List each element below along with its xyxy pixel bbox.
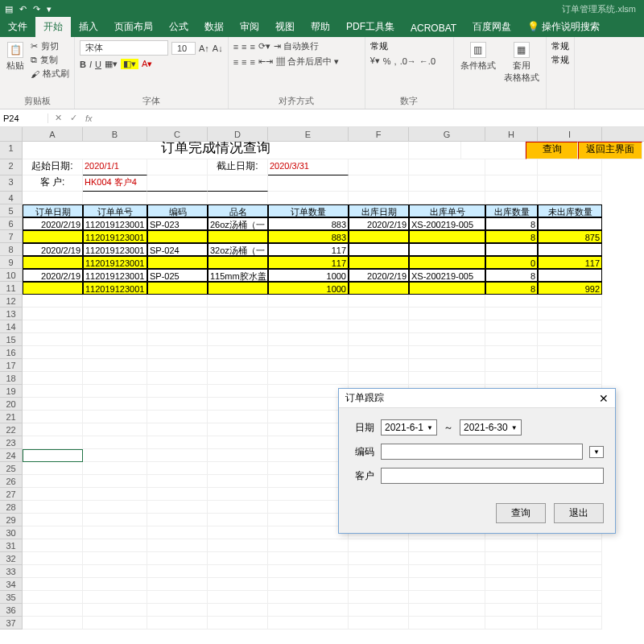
cell[interactable] <box>147 436 208 449</box>
cell[interactable] <box>268 333 349 346</box>
row-header[interactable]: 28 <box>0 501 23 514</box>
cell[interactable] <box>409 359 485 372</box>
cell[interactable] <box>538 192 602 204</box>
cell[interactable] <box>208 462 268 475</box>
cell[interactable]: 起始日期: <box>23 159 83 175</box>
cell[interactable] <box>349 243 409 256</box>
cell[interactable]: 112019123001 <box>83 282 147 295</box>
date-to-select[interactable]: 2021-6-30▼ <box>460 419 522 436</box>
cell[interactable] <box>147 159 208 175</box>
cell[interactable] <box>349 617 409 630</box>
row-header[interactable]: 2 <box>0 159 23 175</box>
cut-button[interactable]: ✂剪切 <box>31 40 69 52</box>
cell[interactable] <box>268 385 349 398</box>
cell[interactable] <box>208 436 268 449</box>
cell[interactable] <box>83 333 147 346</box>
cell[interactable]: 编码 <box>147 204 208 217</box>
cell[interactable] <box>485 591 538 604</box>
row-header[interactable]: 19 <box>0 385 23 398</box>
cell[interactable] <box>461 142 526 159</box>
cell[interactable] <box>208 565 268 578</box>
cell[interactable] <box>268 308 349 320</box>
cell[interactable] <box>147 449 208 462</box>
cell[interactable] <box>147 385 208 398</box>
tab-review[interactable]: 审阅 <box>232 17 267 37</box>
underline-button[interactable]: U <box>95 60 101 69</box>
cell[interactable] <box>208 591 268 604</box>
cell[interactable] <box>538 591 602 604</box>
cell[interactable]: 2020/2/19 <box>23 217 83 230</box>
cell[interactable] <box>485 308 538 320</box>
cell[interactable] <box>538 359 602 372</box>
cell[interactable]: 112019123001 <box>83 269 147 282</box>
cell[interactable] <box>23 604 83 617</box>
cell[interactable] <box>208 604 268 617</box>
align-bottom-icon[interactable]: ≡ <box>250 42 255 52</box>
undo-icon[interactable]: ↶ <box>19 4 27 14</box>
cell[interactable]: 出库日期 <box>349 204 409 217</box>
border-button[interactable]: ▦▾ <box>105 59 118 69</box>
cell[interactable]: 订单单号 <box>83 204 147 217</box>
row-header[interactable]: 30 <box>0 526 23 539</box>
cell[interactable] <box>268 462 349 475</box>
row-header[interactable]: 29 <box>0 514 23 526</box>
format-as-table-button[interactable]: ▦套用 表格格式 <box>502 40 541 85</box>
cell[interactable] <box>147 578 208 591</box>
cell[interactable]: SP-024 <box>147 243 208 256</box>
cell[interactable]: 2020/2/19 <box>349 269 409 282</box>
cell[interactable]: 品名 <box>208 204 268 217</box>
cell[interactable] <box>147 591 208 604</box>
cell[interactable] <box>23 539 83 552</box>
currency-icon[interactable]: ¥▾ <box>370 56 380 66</box>
col-header[interactable]: C <box>147 127 208 141</box>
cell[interactable] <box>208 411 268 423</box>
cell[interactable] <box>83 501 147 514</box>
cell[interactable]: 1000 <box>268 269 349 282</box>
cell[interactable] <box>83 462 147 475</box>
cell[interactable] <box>83 514 147 526</box>
cell[interactable] <box>23 320 83 333</box>
cell[interactable]: 客 户: <box>23 175 83 192</box>
col-header[interactable]: I <box>538 127 602 141</box>
cell[interactable] <box>268 526 349 539</box>
inc-decimal-icon[interactable]: .0→ <box>400 56 416 66</box>
row-header[interactable]: 8 <box>0 243 23 256</box>
row-header[interactable]: 24 <box>0 449 23 462</box>
cell[interactable] <box>268 411 349 423</box>
cell[interactable] <box>409 230 485 243</box>
row-header[interactable]: 18 <box>0 372 23 385</box>
cell[interactable] <box>538 578 602 591</box>
cell[interactable] <box>147 539 208 552</box>
cell[interactable] <box>208 175 268 192</box>
cell[interactable] <box>23 308 83 320</box>
cell[interactable] <box>147 552 208 565</box>
cell[interactable] <box>208 514 268 526</box>
cell[interactable] <box>268 346 349 359</box>
cell[interactable] <box>409 256 485 269</box>
cell[interactable] <box>83 423 147 436</box>
cell[interactable] <box>485 346 538 359</box>
align-center-icon[interactable]: ≡ <box>242 57 246 67</box>
tab-data[interactable]: 数据 <box>196 17 232 37</box>
align-top-icon[interactable]: ≡ <box>233 42 238 52</box>
cell[interactable] <box>349 333 409 346</box>
cell[interactable] <box>349 282 409 295</box>
tab-view[interactable]: 视图 <box>267 17 303 37</box>
cell[interactable] <box>538 565 602 578</box>
cell[interactable] <box>409 243 485 256</box>
row-header[interactable]: 9 <box>0 256 23 269</box>
row-header[interactable]: 32 <box>0 552 23 565</box>
cell[interactable] <box>208 617 268 630</box>
cell[interactable] <box>349 230 409 243</box>
cell[interactable] <box>349 359 409 372</box>
cell[interactable] <box>83 526 147 539</box>
cell[interactable] <box>208 526 268 539</box>
cell[interactable] <box>268 552 349 565</box>
cell-style-normal2[interactable]: 常规 <box>551 54 569 66</box>
cell[interactable] <box>268 436 349 449</box>
row-header[interactable]: 16 <box>0 346 23 359</box>
tab-tell[interactable]: 💡 操作说明搜索 <box>519 17 608 37</box>
cell[interactable] <box>83 475 147 488</box>
cell[interactable] <box>349 372 409 385</box>
cell[interactable] <box>485 565 538 578</box>
